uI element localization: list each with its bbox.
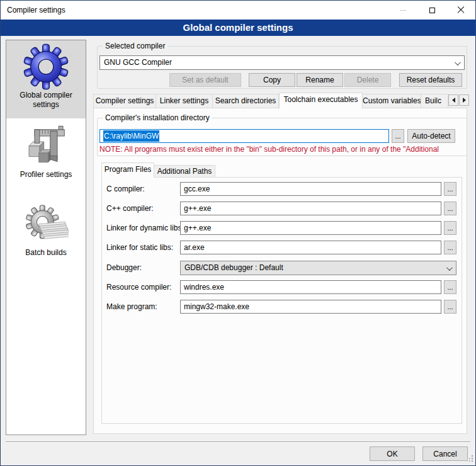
tab-compiler-settings[interactable]: Compiler settings xyxy=(93,94,156,108)
close-icon xyxy=(457,6,465,14)
linker-static-label: Linker for static libs: xyxy=(106,241,173,254)
note-text: NOTE: All programs must exist either in … xyxy=(99,145,468,154)
resource-compiler-label: Resource compiler: xyxy=(106,280,171,294)
sidebar-item-label: Global compiler settings xyxy=(14,91,77,110)
caliper-icon xyxy=(23,125,69,170)
minimize-icon xyxy=(400,10,406,11)
sidebar-item-batch-builds[interactable]: Batch builds xyxy=(6,202,86,266)
debugger-select[interactable]: GDB/CDB debugger : Default xyxy=(180,261,456,275)
window-controls xyxy=(388,1,475,20)
window-title: Compiler settings xyxy=(7,6,65,14)
right-arrow-icon xyxy=(463,98,466,103)
ok-button[interactable]: OK xyxy=(370,446,415,461)
installation-directory-input[interactable]: C:\raylib\MinGW xyxy=(99,129,389,143)
subtab-program-files[interactable]: Program Files xyxy=(101,162,154,178)
tab-build-options[interactable]: Builc xyxy=(421,94,448,108)
c-compiler-label: C compiler: xyxy=(106,182,145,196)
page-title: Global compiler settings xyxy=(1,20,475,36)
auto-detect-button[interactable]: Auto-detect xyxy=(407,129,455,143)
tab-search-directories[interactable]: Search directories xyxy=(213,94,279,108)
make-program-input[interactable] xyxy=(180,300,441,314)
chevron-down-icon xyxy=(455,59,461,65)
tab-scroll-right-button[interactable] xyxy=(459,94,469,106)
titlebar: Compiler settings xyxy=(1,1,475,20)
debugger-select-value: GDB/CDB debugger : Default xyxy=(184,263,283,272)
set-as-default-button: Set as default xyxy=(169,73,241,87)
cancel-button[interactable]: Cancel xyxy=(422,446,468,461)
compiler-combobox[interactable]: GNU GCC Compiler xyxy=(99,55,465,70)
cpp-compiler-input[interactable] xyxy=(180,202,441,215)
installation-directory-group-label: Compiler's installation directory xyxy=(103,113,212,122)
browse-c-compiler-button[interactable]: ... xyxy=(444,182,456,196)
browse-make-program-button[interactable]: ... xyxy=(444,300,456,314)
sidebar-item-label: Batch builds xyxy=(14,248,77,258)
program-files-tabs: Program Files Additional Paths xyxy=(101,162,215,178)
chevron-down-icon xyxy=(446,264,453,271)
c-compiler-input[interactable] xyxy=(180,182,441,196)
maximize-button[interactable] xyxy=(417,1,446,20)
tab-scroll-left-button[interactable] xyxy=(448,94,458,106)
gray-gear-stack-icon xyxy=(23,203,69,248)
cpp-compiler-label: C++ compiler: xyxy=(106,202,154,215)
compiler-tabs: Compiler settings Linker settings Search… xyxy=(93,93,448,108)
browse-resource-compiler-button[interactable]: ... xyxy=(444,280,456,294)
selected-path-text: C:\raylib\MinGW xyxy=(103,130,159,142)
compiler-settings-window: Compiler settings Global compiler settin… xyxy=(0,0,476,466)
resize-grip[interactable] xyxy=(467,457,473,463)
close-button[interactable] xyxy=(446,1,475,20)
reset-defaults-button[interactable]: Reset defaults xyxy=(399,73,462,87)
sidebar-item-label: Profiler settings xyxy=(14,170,77,179)
blue-gear-icon xyxy=(22,43,70,91)
tab-custom-variables[interactable]: Custom variables xyxy=(363,94,421,108)
browse-linker-dynamic-button[interactable]: ... xyxy=(444,221,456,235)
linker-dynamic-input[interactable] xyxy=(180,221,441,235)
browse-directory-button[interactable]: ... xyxy=(392,129,404,143)
tab-toolchain-executables[interactable]: Toolchain executables xyxy=(279,93,363,108)
linker-dynamic-label: Linker for dynamic libs: xyxy=(106,221,184,235)
settings-category-list: Global compiler settings xyxy=(6,40,86,435)
delete-button: Delete xyxy=(344,73,391,87)
minimize-button xyxy=(388,1,417,20)
make-program-label: Make program: xyxy=(106,300,157,314)
sidebar-item-global-compiler-settings[interactable]: Global compiler settings xyxy=(6,40,86,118)
tab-linker-settings[interactable]: Linker settings xyxy=(156,94,213,108)
left-arrow-icon xyxy=(452,98,455,103)
browse-cpp-compiler-button[interactable]: ... xyxy=(444,202,456,215)
copy-button[interactable]: Copy xyxy=(249,73,295,87)
rename-button[interactable]: Rename xyxy=(297,73,343,87)
debugger-label: Debugger: xyxy=(106,261,142,275)
browse-linker-static-button[interactable]: ... xyxy=(444,241,456,254)
sidebar-item-profiler-settings[interactable]: Profiler settings xyxy=(6,123,86,193)
footer-separator xyxy=(6,441,470,443)
resource-compiler-input[interactable] xyxy=(180,280,441,294)
linker-static-input[interactable] xyxy=(180,241,441,254)
maximize-icon xyxy=(429,8,435,13)
selected-compiler-group-label: Selected compiler xyxy=(103,42,167,50)
compiler-combobox-value: GNU GCC Compiler xyxy=(104,58,172,67)
subtab-additional-paths[interactable]: Additional Paths xyxy=(154,165,215,178)
